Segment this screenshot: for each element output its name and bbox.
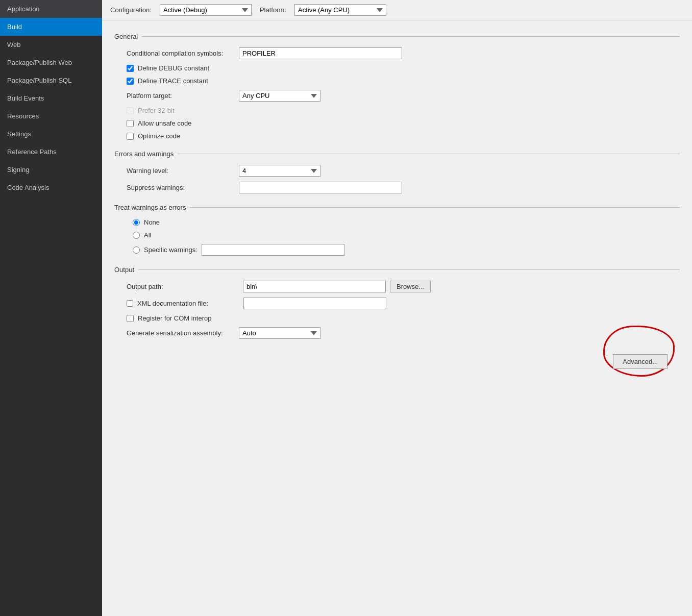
conditional-symbols-label: Conditional compilation symbols: <box>127 50 239 57</box>
serialization-select[interactable]: Auto On Off <box>239 327 320 339</box>
warning-level-select[interactable]: 4 0 1 2 3 <box>239 165 320 177</box>
top-bar: Configuration: Active (Debug) Debug Rele… <box>102 0 692 20</box>
suppress-warnings-label: Suppress warnings: <box>127 184 239 191</box>
sidebar-item-build-events[interactable]: Build Events <box>0 89 102 107</box>
warning-level-row: Warning level: 4 0 1 2 3 <box>114 165 680 177</box>
optimize-code-label: Optimize code <box>138 132 180 140</box>
platform-target-row: Platform target: Any CPU x86 x64 Itanium <box>114 90 680 102</box>
treat-specific-row: Specific warnings: <box>114 244 680 256</box>
define-debug-checkbox[interactable] <box>127 65 134 72</box>
platform-target-label: Platform target: <box>127 92 239 100</box>
xml-doc-checkbox[interactable] <box>127 300 133 307</box>
platform-label: Platform: <box>260 6 286 14</box>
define-trace-label: Define TRACE constant <box>138 77 208 85</box>
sidebar-item-build[interactable]: Build <box>0 18 102 36</box>
output-path-row: Output path: Browse... <box>114 281 680 292</box>
errors-warnings-section-header: Errors and warnings <box>114 150 680 158</box>
warning-level-label: Warning level: <box>127 167 239 175</box>
browse-button[interactable]: Browse... <box>390 281 431 292</box>
treat-specific-input[interactable] <box>202 244 344 256</box>
allow-unsafe-row: Allow unsafe code <box>114 119 680 127</box>
output-path-input[interactable] <box>243 281 386 292</box>
sidebar-item-resources[interactable]: Resources <box>0 107 102 125</box>
optimize-code-row: Optimize code <box>114 132 680 140</box>
general-section-header: General <box>114 33 680 40</box>
sidebar-item-settings[interactable]: Settings <box>0 125 102 143</box>
treat-none-radio[interactable] <box>133 219 140 226</box>
com-interop-row: Register for COM interop <box>114 314 680 322</box>
treat-all-radio[interactable] <box>133 232 140 239</box>
conditional-symbols-input[interactable] <box>239 47 402 59</box>
sidebar-item-reference-paths[interactable]: Reference Paths <box>0 143 102 161</box>
treat-specific-radio[interactable] <box>133 247 140 254</box>
com-interop-checkbox[interactable] <box>127 315 134 322</box>
serialization-label: Generate serialization assembly: <box>127 329 239 337</box>
xml-doc-row: XML documentation file: <box>114 298 680 309</box>
treat-none-label: None <box>144 218 160 226</box>
allow-unsafe-checkbox[interactable] <box>127 120 134 127</box>
define-trace-checkbox[interactable] <box>127 78 134 85</box>
treat-none-row: None <box>114 218 680 226</box>
sidebar-item-signing[interactable]: Signing <box>0 161 102 179</box>
build-content: General Conditional compilation symbols:… <box>102 20 692 616</box>
platform-select[interactable]: Active (Any CPU) Any CPU x86 x64 <box>294 4 386 16</box>
define-debug-row: Define DEBUG constant <box>114 64 680 72</box>
main-panel: Configuration: Active (Debug) Debug Rele… <box>102 0 692 616</box>
optimize-code-checkbox[interactable] <box>127 133 134 140</box>
platform-target-select[interactable]: Any CPU x86 x64 Itanium <box>239 90 320 102</box>
serialization-row: Generate serialization assembly: Auto On… <box>114 327 680 339</box>
treat-all-label: All <box>144 231 151 239</box>
prefer-32bit-label: Prefer 32-bit <box>138 107 175 114</box>
sidebar-item-package-publish-web[interactable]: Package/Publish Web <box>0 54 102 71</box>
advanced-area: Advanced... <box>114 344 680 379</box>
prefer-32bit-row: Prefer 32-bit <box>114 107 680 114</box>
define-debug-label: Define DEBUG constant <box>138 64 209 72</box>
allow-unsafe-label: Allow unsafe code <box>138 119 192 127</box>
conditional-symbols-row: Conditional compilation symbols: <box>114 47 680 59</box>
define-trace-row: Define TRACE constant <box>114 77 680 85</box>
output-section-header: Output <box>114 266 680 274</box>
treat-warnings-section-header: Treat warnings as errors <box>114 204 680 211</box>
treat-specific-label: Specific warnings: <box>144 246 197 254</box>
treat-all-row: All <box>114 231 680 239</box>
suppress-warnings-input[interactable] <box>239 182 402 193</box>
advanced-button[interactable]: Advanced... <box>613 354 668 369</box>
configuration-select[interactable]: Active (Debug) Debug Release All Configu… <box>160 4 252 16</box>
sidebar: Application Build Web Package/Publish We… <box>0 0 102 616</box>
prefer-32bit-checkbox[interactable] <box>127 107 134 114</box>
com-interop-label: Register for COM interop <box>138 314 212 322</box>
sidebar-item-application[interactable]: Application <box>0 0 102 18</box>
sidebar-item-web[interactable]: Web <box>0 36 102 54</box>
xml-doc-input[interactable] <box>243 298 386 309</box>
sidebar-item-code-analysis[interactable]: Code Analysis <box>0 179 102 196</box>
sidebar-item-package-publish-sql[interactable]: Package/Publish SQL <box>0 71 102 89</box>
suppress-warnings-row: Suppress warnings: <box>114 182 680 193</box>
configuration-label: Configuration: <box>110 6 152 14</box>
output-path-label: Output path: <box>127 283 239 290</box>
xml-doc-label: XML documentation file: <box>137 300 239 307</box>
